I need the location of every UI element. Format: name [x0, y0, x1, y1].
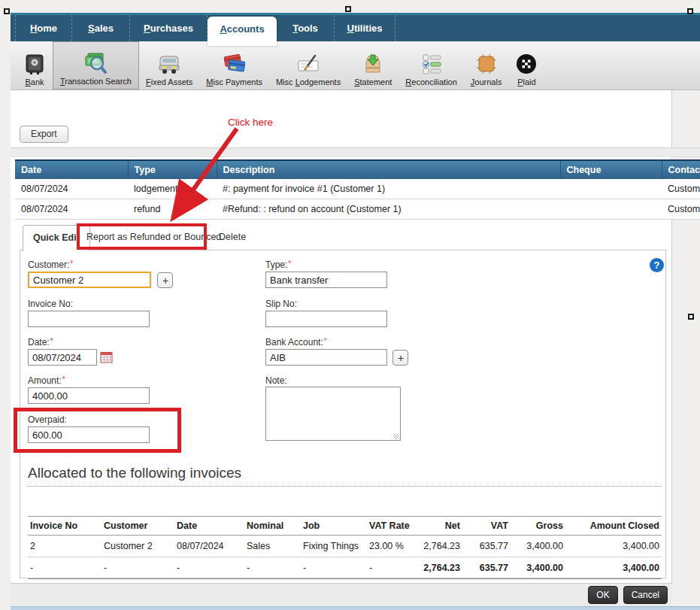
- table-row[interactable]: 08/07/2024 lodgement #: payment for invo…: [15, 179, 700, 199]
- required-asterisk: *: [70, 259, 73, 268]
- cell-date: 08/07/2024: [15, 179, 128, 199]
- add-customer-button[interactable]: +: [157, 272, 173, 288]
- invoice-no-field[interactable]: [28, 311, 150, 327]
- misc-lodgements-icon: [295, 51, 321, 77]
- toolbar-item-label: Statement: [354, 77, 392, 86]
- ok-button[interactable]: OK: [588, 586, 617, 604]
- toolbar-item-journals[interactable]: Journals: [464, 41, 509, 90]
- required-asterisk: *: [324, 337, 327, 345]
- allocated-heading: Allocated to the following invoices: [28, 465, 241, 481]
- help-icon[interactable]: ?: [650, 258, 664, 272]
- cell-contact: Customer 1: [662, 179, 700, 199]
- calendar-icon[interactable]: [100, 351, 113, 366]
- totals-amount-closed: 3,400.00: [565, 557, 662, 579]
- amount-label: Amount:*: [28, 375, 65, 386]
- journals-icon: [475, 51, 498, 77]
- totals-cell: -: [244, 557, 301, 579]
- add-bank-account-button[interactable]: +: [392, 350, 408, 366]
- overpaid-label: Overpaid:: [28, 414, 67, 425]
- selection-handle-top-center[interactable]: [345, 6, 351, 12]
- invoice-totals-row: - - - - - - 2,764.23 635.77 3,400.00 3,4…: [28, 557, 662, 579]
- export-button[interactable]: Export: [20, 126, 68, 143]
- cancel-button[interactable]: Cancel: [623, 586, 668, 604]
- toolbar-item-label: Bank: [25, 77, 44, 86]
- cell-vat-rate: 23.00 %: [367, 536, 414, 557]
- transaction-search-icon: [83, 50, 108, 76]
- cell-cheque: [560, 199, 662, 220]
- selection-handle-top-left[interactable]: [4, 8, 10, 14]
- toolbar-item-bank[interactable]: Bank: [17, 41, 53, 90]
- note-field[interactable]: [265, 387, 401, 441]
- col-header-type[interactable]: Type: [128, 160, 217, 179]
- nav-tab-tools[interactable]: Tools: [277, 15, 335, 41]
- toolbar-item-label: Reconciliation: [405, 77, 457, 86]
- totals-gross: 3,400.00: [511, 557, 565, 579]
- plaid-icon: [515, 51, 538, 77]
- table-toolbar-strip: [11, 147, 700, 157]
- bank-account-field[interactable]: [265, 349, 387, 366]
- toolbar-item-misc-lodgements[interactable]: Misc Lodgements: [269, 41, 347, 90]
- nav-tab-purchases[interactable]: Purchases: [130, 15, 208, 41]
- tab-delete[interactable]: Delete: [219, 232, 246, 242]
- cell-description: #Refund: : refund on account (Customer 1…: [217, 199, 560, 220]
- toolbar-item-misc-payments[interactable]: Misc Payments: [199, 41, 269, 90]
- cell-type: lodgement: [128, 179, 217, 199]
- main-navbar: Home Sales Purchases Accounts Tools Util…: [11, 15, 700, 41]
- toolbar-item-reconciliation[interactable]: Reconciliation: [398, 41, 464, 90]
- cell-job: Fixing Things: [301, 536, 367, 557]
- amount-field[interactable]: [28, 387, 150, 404]
- toolbar-item-fixed-assets[interactable]: Fixed Assets: [139, 41, 199, 90]
- bank-icon: [23, 51, 46, 77]
- nav-tab-sales[interactable]: Sales: [72, 15, 130, 41]
- invoice-row: 2 Customer 2 08/07/2024 Sales Fixing Thi…: [28, 536, 662, 557]
- reconciliation-icon: [419, 51, 444, 77]
- col-header-date[interactable]: Date: [15, 160, 128, 179]
- tab-quick-edit[interactable]: Quick Edit: [23, 225, 90, 251]
- dialog-footer: OK Cancel: [11, 583, 672, 606]
- cell-type: refund: [128, 199, 217, 220]
- toolbar-item-plaid[interactable]: Plaid: [508, 41, 544, 90]
- col-header-contact[interactable]: Contact: [662, 160, 700, 179]
- customer-field[interactable]: [28, 272, 151, 288]
- overpaid-field[interactable]: [28, 426, 150, 443]
- transactions-table: Date Type Description Cheque Contact 08/…: [15, 159, 700, 220]
- toolbar-item-label: Plaid: [517, 77, 535, 86]
- cell-gross: 3,400.00: [511, 536, 565, 557]
- col-header-cheque[interactable]: Cheque: [560, 160, 662, 179]
- cell-invoice-no: 2: [28, 536, 102, 557]
- toolbar-item-label: Misc Payments: [206, 77, 262, 86]
- col-gross: Gross: [511, 517, 565, 536]
- toolbar-item-label: Transaction Search: [60, 77, 132, 86]
- bank-account-label: Bank Account:*: [265, 337, 327, 347]
- toolbar-item-transaction-search[interactable]: Transaction Search: [53, 41, 139, 90]
- transactions-header-row: Date Type Description Cheque Contact: [15, 160, 700, 179]
- col-vat: VAT: [462, 517, 511, 536]
- cell-net: 2,764.23: [414, 536, 462, 557]
- type-field[interactable]: [265, 272, 387, 288]
- col-date: Date: [174, 517, 244, 536]
- allocated-invoices-table: Invoice No Customer Date Nominal Job VAT…: [28, 516, 662, 579]
- required-asterisk: *: [62, 375, 65, 384]
- date-label: Date:*: [28, 337, 53, 347]
- nav-tab-home[interactable]: Home: [15, 15, 72, 41]
- cell-date: 08/07/2024: [15, 199, 128, 220]
- col-nominal: Nominal: [244, 517, 301, 536]
- selection-handle-top-right[interactable]: [687, 8, 693, 14]
- col-invoice-no: Invoice No: [28, 517, 102, 536]
- nav-tab-utilities[interactable]: Utilities: [335, 15, 395, 41]
- click-here-annotation: Click here: [228, 117, 273, 128]
- textarea-resize-grip[interactable]: [394, 434, 399, 439]
- selection-handle-right-middle[interactable]: [688, 314, 694, 320]
- date-field[interactable]: [28, 349, 97, 366]
- slip-no-field[interactable]: [265, 311, 387, 327]
- totals-cell: -: [301, 557, 367, 579]
- nav-tab-accounts[interactable]: Accounts: [208, 17, 277, 46]
- col-customer: Customer: [102, 517, 174, 536]
- toolbar-item-statement[interactable]: Statement: [347, 41, 398, 90]
- tab-report-refunded-bounced[interactable]: Report as Refunded or Bounced: [86, 232, 221, 242]
- cell-cheque: [560, 179, 662, 199]
- cell-nominal: Sales: [244, 536, 301, 557]
- col-header-description[interactable]: Description: [217, 160, 560, 179]
- bottom-blue-strip: [11, 606, 700, 610]
- table-row[interactable]: 08/07/2024 refund #Refund: : refund on a…: [15, 199, 700, 220]
